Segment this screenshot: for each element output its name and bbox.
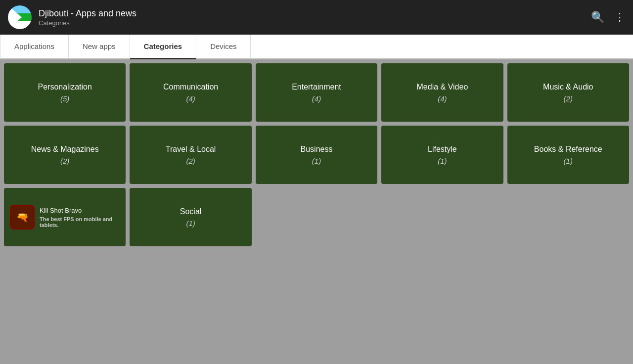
search-icon[interactable]: 🔍 [591, 11, 604, 24]
category-count: (1) [564, 157, 573, 165]
app-title: Djibouti - Apps and news [39, 8, 591, 19]
header-actions: 🔍 ⋮ [591, 11, 625, 24]
category-name: Lifestyle [428, 145, 457, 154]
category-count: (1) [438, 157, 447, 165]
app-info: Kill Shot Bravo The best FPS on mobile a… [40, 207, 120, 228]
category-entertainment[interactable]: Entertainment (4) [256, 63, 377, 122]
nav-tabs: Applications New apps Categories Devices [0, 35, 633, 59]
svg-text:🔫: 🔫 [16, 211, 29, 223]
tab-new-apps[interactable]: New apps [69, 35, 130, 58]
category-count: (4) [186, 94, 195, 103]
category-social[interactable]: Social (1) [130, 188, 251, 246]
category-name: Entertainment [292, 83, 341, 91]
category-count: (2) [186, 157, 195, 165]
category-books-reference[interactable]: Books & Reference (1) [507, 126, 629, 184]
header-text: Djibouti - Apps and news Categories [39, 8, 591, 27]
category-count: (1) [186, 219, 195, 228]
app-icon: 🔫 [10, 205, 35, 229]
tab-devices[interactable]: Devices [196, 35, 251, 58]
category-lifestyle[interactable]: Lifestyle (1) [381, 126, 503, 184]
categories-grid: Personalization (5) Communication (4) En… [0, 59, 633, 250]
category-count: (2) [60, 157, 69, 165]
category-count: (2) [564, 94, 573, 103]
app-name: Kill Shot Bravo [40, 207, 120, 214]
category-name: Media & Video [417, 83, 468, 91]
category-count: (4) [438, 94, 447, 103]
category-communication[interactable]: Communication (4) [130, 63, 251, 122]
category-count: (4) [312, 94, 321, 103]
category-count: (5) [60, 94, 69, 103]
tab-applications[interactable]: Applications [0, 35, 69, 58]
category-app-preview[interactable]: 🔫 Kill Shot Bravo The best FPS on mobile… [4, 188, 126, 246]
category-name: Books & Reference [534, 145, 602, 154]
category-media-video[interactable]: Media & Video (4) [381, 63, 503, 122]
app-logo [8, 5, 32, 29]
category-name: News & Magazines [31, 145, 99, 154]
category-personalization[interactable]: Personalization (5) [4, 63, 126, 122]
category-name: Personalization [38, 83, 91, 91]
header: Djibouti - Apps and news Categories 🔍 ⋮ [0, 0, 633, 35]
category-business[interactable]: Business (1) [256, 126, 377, 184]
category-news-magazines[interactable]: News & Magazines (2) [4, 126, 126, 184]
app-description: The best FPS on mobile and tablets. [40, 216, 120, 228]
category-name: Music & Audio [543, 83, 593, 91]
category-name: Communication [163, 83, 218, 91]
category-travel-local[interactable]: Travel & Local (2) [130, 126, 251, 184]
app-subtitle: Categories [39, 19, 591, 27]
category-name: Travel & Local [166, 145, 216, 154]
category-name: Business [301, 145, 333, 154]
category-music-audio[interactable]: Music & Audio (2) [507, 63, 629, 122]
category-count: (1) [312, 157, 321, 165]
more-options-icon[interactable]: ⋮ [614, 11, 625, 24]
category-name: Social [180, 207, 202, 216]
tab-categories[interactable]: Categories [130, 35, 197, 59]
